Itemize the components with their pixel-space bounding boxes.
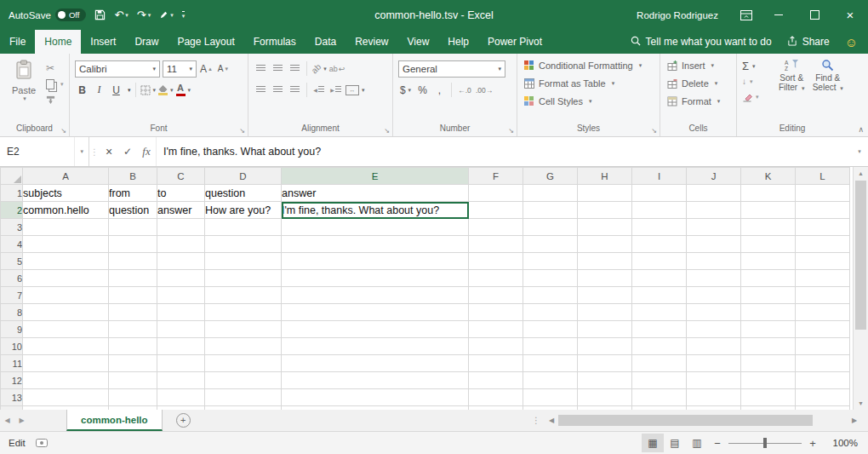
row-header-5[interactable]: 5 [1,253,23,270]
cell-F4[interactable] [469,236,523,253]
cell-L2[interactable] [796,202,850,219]
cell-K2[interactable] [741,202,796,219]
cell-E9[interactable] [282,321,469,338]
format-painter-button[interactable] [46,94,64,106]
cell-G11[interactable] [523,355,578,372]
cell-C7[interactable] [157,287,205,304]
font-dialog-launcher[interactable]: ↘ [239,128,245,135]
formula-bar-expand-icon[interactable]: ▾ [851,137,868,166]
cell-I4[interactable] [632,236,687,253]
column-header-J[interactable]: J [687,168,741,185]
cell-B8[interactable] [109,304,157,321]
new-sheet-button[interactable]: + [176,413,191,428]
cell-A3[interactable] [23,219,109,236]
cell-H14[interactable] [578,406,632,411]
cell-E7[interactable] [282,287,469,304]
copy-button[interactable]: ▾ [46,78,64,90]
cell-A13[interactable] [23,389,109,406]
cut-button[interactable]: ✂ [46,61,64,74]
cell-I11[interactable] [632,355,687,372]
cell-G5[interactable] [523,253,578,270]
cell-G2[interactable] [523,202,578,219]
tab-view[interactable]: View [398,30,439,54]
cell-A8[interactable] [23,304,109,321]
cell-C8[interactable] [157,304,205,321]
cell-I8[interactable] [632,304,687,321]
column-header-H[interactable]: H [578,168,632,185]
tab-page-layout[interactable]: Page Layout [168,30,243,54]
column-header-G[interactable]: G [523,168,578,185]
cell-J7[interactable] [687,287,741,304]
format-cells-button[interactable]: Format▾ [665,92,733,110]
cell-L12[interactable] [796,372,850,389]
cell-I3[interactable] [632,219,687,236]
sheet-next-icon[interactable]: ▶ [14,410,29,431]
cell-A9[interactable] [23,321,109,338]
cell-D14[interactable] [205,406,282,411]
cell-K10[interactable] [741,338,796,355]
cell-C10[interactable] [157,338,205,355]
scroll-down-icon[interactable]: ▼ [854,397,868,410]
cell-I10[interactable] [632,338,687,355]
column-header-E[interactable]: E [282,168,469,185]
cell-G14[interactable] [523,406,578,411]
undo-icon[interactable]: ↶▾ [114,9,128,20]
cell-J11[interactable] [687,355,741,372]
page-break-view-button[interactable]: ▥ [686,434,708,452]
cell-F2[interactable] [469,202,523,219]
cell-A11[interactable] [23,355,109,372]
vertical-scrollbar[interactable]: ▲ ▼ [853,167,868,410]
sheet-tab-common-hello[interactable]: common-hello [66,410,163,431]
tell-me-box[interactable]: Tell me what you want to do [631,36,772,49]
cell-J8[interactable] [687,304,741,321]
cell-F7[interactable] [469,287,523,304]
find-select-button[interactable]: Find & Select ▾ [811,58,844,123]
underline-button[interactable]: U [109,82,123,99]
increase-font-size-button[interactable]: A▲ [199,60,214,78]
autosave-toggle[interactable]: AutoSave Off [9,9,86,21]
row-header-11[interactable]: 11 [1,355,23,372]
column-header-F[interactable]: F [469,168,523,185]
cell-L3[interactable] [796,219,850,236]
cell-A6[interactable] [23,270,109,287]
cell-E3[interactable] [282,219,469,236]
cell-I7[interactable] [632,287,687,304]
cell-E4[interactable] [282,236,469,253]
page-layout-view-button[interactable]: ▤ [664,434,686,452]
cell-K13[interactable] [741,389,796,406]
cell-H12[interactable] [578,372,632,389]
zoom-slider[interactable] [728,435,802,451]
cell-J9[interactable] [687,321,741,338]
number-dialog-launcher[interactable]: ↘ [508,128,514,135]
cell-B2[interactable]: question [109,202,157,219]
cell-D11[interactable] [205,355,282,372]
cell-F13[interactable] [469,389,523,406]
macro-record-icon[interactable] [36,439,48,447]
cell-K12[interactable] [741,372,796,389]
cell-D4[interactable] [205,236,282,253]
orientation-button[interactable]: ab▾ [311,60,327,78]
row-header-4[interactable]: 4 [1,236,23,253]
cell-H11[interactable] [578,355,632,372]
cell-E2[interactable]: I'm fine, thanks. What about you? [282,202,469,219]
cell-C12[interactable] [157,372,205,389]
tab-draw[interactable]: Draw [125,30,168,54]
column-header-I[interactable]: I [632,168,687,185]
row-header-12[interactable]: 12 [1,372,23,389]
column-header-D[interactable]: D [205,168,282,185]
user-name[interactable]: Rodrigo Rodriguez [637,10,718,20]
sort-filter-button[interactable]: AZ Sort & Filter ▾ [775,58,808,123]
cell-L4[interactable] [796,236,850,253]
cell-C5[interactable] [157,253,205,270]
cell-G4[interactable] [523,236,578,253]
accounting-format-button[interactable]: $▾ [398,82,413,99]
cell-B6[interactable] [109,270,157,287]
feedback-smiley-icon[interactable]: ☺ [845,35,858,49]
cell-K9[interactable] [741,321,796,338]
wrap-text-button[interactable]: ab↩ [329,60,345,78]
cell-J4[interactable] [687,236,741,253]
cell-F8[interactable] [469,304,523,321]
close-button[interactable]: × [832,0,868,30]
redo-icon[interactable]: ↷▾ [137,9,151,20]
row-header-10[interactable]: 10 [1,338,23,355]
